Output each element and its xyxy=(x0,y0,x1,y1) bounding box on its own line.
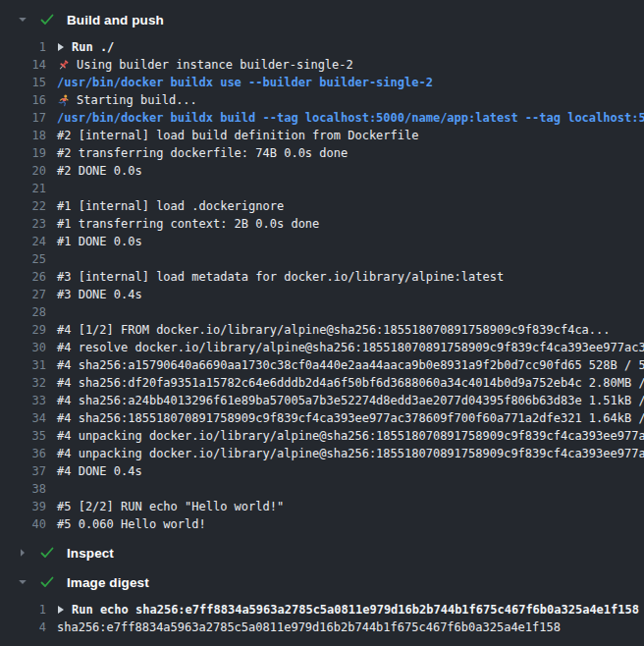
line-content: Run echo sha256:e7ff8834a5963a2785c5a081… xyxy=(57,601,639,619)
line-number[interactable]: 31 xyxy=(0,356,46,374)
line-content: #5 [2/2] RUN echo "Hello world!" xyxy=(57,498,284,515)
section-title: Inspect xyxy=(67,546,114,561)
line-number[interactable]: 16 xyxy=(0,91,46,109)
line-text: #5 0.060 Hello world! xyxy=(57,515,206,533)
line-number[interactable]: 28 xyxy=(0,303,46,321)
line-content: #4 sha256:185518070891758909c9f839cf4ca3… xyxy=(57,409,644,427)
section-header-inspect[interactable]: Inspect xyxy=(0,543,644,563)
log-line: 39#5 [2/2] RUN echo "Hello world!" xyxy=(0,498,644,515)
log-line: 14Using builder instance builder-single-… xyxy=(0,56,644,74)
line-number[interactable]: 40 xyxy=(0,515,46,533)
section-header-image-digest[interactable]: Image digest xyxy=(0,572,644,592)
line-number[interactable]: 4 xyxy=(0,619,46,636)
chevron-down-icon xyxy=(18,15,27,25)
line-content: /usr/bin/docker buildx build --tag local… xyxy=(57,109,644,127)
line-content: /usr/bin/docker buildx use --builder bui… xyxy=(57,74,433,91)
line-content: Using builder instance builder-single-2 xyxy=(57,56,353,74)
check-icon xyxy=(40,14,54,26)
line-text: sha256:e7ff8834a5963a2785c5a0811e979d16b… xyxy=(57,619,561,636)
line-content: Starting build... xyxy=(57,91,197,109)
section-title: Build and push xyxy=(67,13,164,27)
line-content: #2 DONE 0.0s xyxy=(57,162,142,180)
line-number[interactable]: 24 xyxy=(0,233,46,250)
line-text: #2 [internal] load build definition from… xyxy=(57,127,418,144)
line-number[interactable]: 29 xyxy=(0,321,46,339)
line-text: #3 [internal] load metadata for docker.i… xyxy=(57,268,504,286)
log-line: 19#2 transferring dockerfile: 74B 0.0s d… xyxy=(0,144,644,162)
line-number[interactable]: 22 xyxy=(0,197,46,215)
line-content: #4 unpacking docker.io/library/alpine@sh… xyxy=(57,445,644,462)
log-line: 21 xyxy=(0,180,644,197)
line-content: #1 DONE 0.0s xyxy=(57,233,142,250)
line-text: #4 unpacking docker.io/library/alpine@sh… xyxy=(57,445,644,462)
line-number[interactable]: 15 xyxy=(0,74,46,91)
line-number[interactable]: 39 xyxy=(0,498,46,515)
log-line: 33#4 sha256:a24bb4013296f61e89ba57005a7b… xyxy=(0,392,644,409)
line-number[interactable]: 18 xyxy=(0,127,46,144)
line-number[interactable]: 14 xyxy=(0,56,46,74)
log-line: 29#4 [1/2] FROM docker.io/library/alpine… xyxy=(0,321,644,339)
log-line: 22#1 [internal] load .dockerignore xyxy=(0,197,644,215)
log-line: 30#4 resolve docker.io/library/alpine@sh… xyxy=(0,339,644,356)
line-number[interactable]: 23 xyxy=(0,215,46,233)
line-number[interactable]: 27 xyxy=(0,286,46,303)
log-line: 4sha256:e7ff8834a5963a2785c5a0811e979d16… xyxy=(0,619,644,636)
log-line: 26#3 [internal] load metadata for docker… xyxy=(0,268,644,286)
line-number[interactable]: 25 xyxy=(0,250,46,268)
log-line: 20#2 DONE 0.0s xyxy=(0,162,644,180)
log-line: 16Starting build... xyxy=(0,91,644,109)
line-text: #4 [1/2] FROM docker.io/library/alpine@s… xyxy=(57,321,611,339)
log-line: 36#4 unpacking docker.io/library/alpine@… xyxy=(0,445,644,462)
line-number[interactable]: 33 xyxy=(0,392,46,409)
line-text: Using builder instance builder-single-2 xyxy=(77,56,353,74)
line-number[interactable]: 26 xyxy=(0,268,46,286)
line-number[interactable]: 21 xyxy=(0,180,46,197)
line-number[interactable]: 32 xyxy=(0,374,46,392)
log-line: 31#4 sha256:a15790640a6690aa1730c38cf0a4… xyxy=(0,356,644,374)
log-line: 32#4 sha256:df20fa9351a15782c64e6dddb2d4… xyxy=(0,374,644,392)
line-text: #1 DONE 0.0s xyxy=(57,233,142,250)
line-number[interactable]: 36 xyxy=(0,445,46,462)
log-line: 35#4 unpacking docker.io/library/alpine@… xyxy=(0,427,644,445)
line-text: Run ./ xyxy=(72,38,114,56)
line-number[interactable]: 34 xyxy=(0,409,46,427)
line-number[interactable]: 17 xyxy=(0,109,46,127)
line-number[interactable]: 37 xyxy=(0,462,46,480)
line-number[interactable]: 1 xyxy=(0,601,46,619)
line-text: Starting build... xyxy=(77,91,197,109)
line-number[interactable]: 38 xyxy=(0,480,46,498)
line-text: #2 transferring dockerfile: 74B 0.0s don… xyxy=(57,144,348,162)
line-content: #4 sha256:a15790640a6690aa1730c38cf0a440… xyxy=(57,356,644,374)
log-line: 17/usr/bin/docker buildx build --tag loc… xyxy=(0,109,644,127)
section-header-build-and-push[interactable]: Build and push xyxy=(0,10,644,29)
log-line: 1Run ./ xyxy=(0,38,644,56)
expander-icon[interactable] xyxy=(57,605,65,615)
line-content: #5 0.060 Hello world! xyxy=(57,515,206,533)
line-content: #4 sha256:a24bb4013296f61e89ba57005a7b3e… xyxy=(57,392,644,409)
line-number[interactable]: 19 xyxy=(0,144,46,162)
line-number[interactable]: 30 xyxy=(0,339,46,356)
log-line: 38 xyxy=(0,480,644,498)
line-content: Run ./ xyxy=(57,38,114,56)
line-number[interactable]: 1 xyxy=(0,38,46,56)
line-text: #4 unpacking docker.io/library/alpine@sh… xyxy=(57,427,644,445)
line-content: #4 DONE 0.4s xyxy=(57,462,142,480)
line-text: /usr/bin/docker buildx build --tag local… xyxy=(57,109,644,127)
line-text: /usr/bin/docker buildx use --builder bui… xyxy=(57,74,433,91)
log-lines-image-digest: 1Run echo sha256:e7ff8834a5963a2785c5a08… xyxy=(0,601,644,636)
line-text: #5 [2/2] RUN echo "Hello world!" xyxy=(57,498,284,515)
workflow-log-viewer: Build and push1Run ./14Using builder ins… xyxy=(0,0,644,646)
line-number[interactable]: 35 xyxy=(0,427,46,445)
line-text: Run echo sha256:e7ff8834a5963a2785c5a081… xyxy=(72,601,639,619)
log-line: 37#4 DONE 0.4s xyxy=(0,462,644,480)
line-content: #1 [internal] load .dockerignore xyxy=(57,197,284,215)
log-line: 23#1 transferring context: 2B 0.0s done xyxy=(0,215,644,233)
line-content: #2 [internal] load build definition from… xyxy=(57,127,418,144)
check-icon xyxy=(40,547,54,559)
expander-icon[interactable] xyxy=(57,42,65,52)
log-line: 1Run echo sha256:e7ff8834a5963a2785c5a08… xyxy=(0,601,644,619)
line-text: #4 sha256:a24bb4013296f61e89ba57005a7b3e… xyxy=(57,392,644,409)
log-line: 18#2 [internal] load build definition fr… xyxy=(0,127,644,144)
line-number[interactable]: 20 xyxy=(0,162,46,180)
line-content: #2 transferring dockerfile: 74B 0.0s don… xyxy=(57,144,348,162)
